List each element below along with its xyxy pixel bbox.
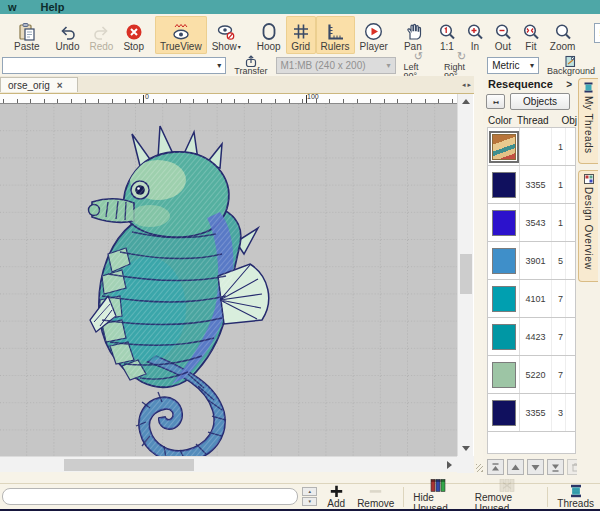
objects-button[interactable]: Objects [510, 93, 570, 110]
thread-id: 3355 [520, 394, 552, 431]
zoom-icon [554, 22, 572, 41]
document-tab[interactable]: orse_orig × [0, 77, 78, 92]
toolbar-separator [547, 487, 548, 507]
vertical-scroll-thumb[interactable] [460, 254, 472, 294]
move-up-button[interactable] [507, 459, 524, 475]
undo-label: Undo [56, 42, 80, 52]
color-swatch[interactable] [492, 286, 516, 312]
status-field[interactable] [2, 488, 298, 505]
spin-up-icon[interactable]: ▴ [302, 487, 317, 496]
chevron-down-icon: ▾ [386, 61, 390, 70]
row-spacer [566, 318, 575, 355]
show-button[interactable]: Show▾ [207, 16, 246, 54]
background-button[interactable]: Background [544, 55, 598, 76]
zoom-1to1-icon [438, 22, 456, 41]
remove-thread-button[interactable]: Remove [351, 485, 400, 509]
pan-button[interactable]: Pan [399, 16, 427, 54]
thread-id: 5220 [520, 356, 552, 393]
zoom-in-button[interactable]: In [461, 16, 489, 54]
rulers-button[interactable]: Rulers [316, 16, 355, 54]
zoom-in-icon [466, 22, 484, 41]
thread-row[interactable]: 41017 [488, 280, 575, 318]
scroll-up-icon[interactable] [462, 99, 470, 104]
move-down-button[interactable] [527, 459, 544, 475]
horizontal-ruler: 0 100 [0, 94, 457, 104]
move-to-bottom-button[interactable] [547, 459, 564, 475]
remove-unused-button[interactable]: Remove Unused [469, 479, 545, 511]
thread-table[interactable]: 133551354313901541017442375220733553 [487, 127, 576, 454]
collapse-objects-button[interactable]: ▸◂ [486, 94, 505, 109]
image-swatch[interactable] [492, 134, 516, 160]
bottom-toolbar: ▴ ▾ Add Remove Hide Unused Remove Unused… [0, 483, 600, 509]
zoom-percent-combobox[interactable]: 53 ▾ [594, 23, 600, 43]
undo-button[interactable]: Undo [51, 16, 85, 54]
thread-row[interactable]: 33553 [488, 394, 575, 432]
tab-design-overview[interactable]: Design Overview [578, 170, 598, 282]
zoom-1to1-button[interactable]: 1:1 [433, 16, 461, 54]
tab-my-threads[interactable]: My Threads [578, 78, 598, 164]
player-button[interactable]: Player [355, 16, 393, 54]
spool-icon [583, 82, 594, 93]
zoom-fit-icon [522, 22, 540, 41]
thread-row[interactable]: 39015 [488, 242, 575, 280]
grid-button[interactable]: Grid [286, 16, 316, 54]
scroll-right-icon[interactable] [447, 461, 452, 469]
chevron-down-icon[interactable]: ▾ [530, 61, 534, 70]
player-icon [364, 22, 383, 41]
tab-scroll-arrows[interactable]: ◂ ▸ [462, 81, 471, 89]
color-swatch[interactable] [492, 400, 516, 426]
thread-id: 4101 [520, 280, 552, 317]
thread-row[interactable]: 33551 [488, 166, 575, 204]
rotate-right-icon: ↻ [457, 51, 466, 62]
panel-title: Resequence [488, 78, 553, 90]
panel-collapse-icon[interactable]: > [566, 79, 572, 90]
units-combobox[interactable]: Metric ▾ [487, 57, 539, 74]
menu-item-partial[interactable]: w [8, 1, 17, 13]
document-tab-title: orse_orig [8, 80, 50, 91]
scroll-down-icon[interactable] [462, 446, 470, 451]
move-to-top-button[interactable] [487, 459, 504, 475]
zoom-fit-button[interactable]: Fit [517, 16, 545, 54]
trueview-button[interactable]: TrueView [155, 16, 207, 54]
redo-button[interactable]: Redo [84, 16, 118, 54]
stop-button[interactable]: Stop [118, 16, 149, 54]
close-icon[interactable]: × [57, 80, 63, 91]
trueview-label: TrueView [160, 42, 202, 52]
zoom-button[interactable]: Zoom [545, 16, 581, 54]
thread-row[interactable]: 52207 [488, 356, 575, 394]
chevron-down-icon[interactable]: ▾ [217, 61, 221, 70]
spin-control[interactable]: ▴ ▾ [302, 487, 317, 506]
vertical-scrollbar[interactable] [457, 94, 473, 456]
horizontal-scroll-thumb[interactable] [64, 459, 194, 471]
hoop-button[interactable]: Hoop [252, 16, 286, 54]
thread-row[interactable]: 1 [488, 128, 575, 166]
thread-id: 4423 [520, 318, 552, 355]
transfer-button[interactable]: Transfer [231, 55, 270, 76]
design-overview-icon [584, 174, 594, 184]
spin-down-icon[interactable]: ▾ [302, 497, 317, 506]
thread-row[interactable]: 44237 [488, 318, 575, 356]
object-count: 7 [552, 318, 566, 355]
paste-button[interactable]: Paste [0, 16, 45, 54]
design-canvas[interactable] [0, 104, 457, 456]
color-swatch[interactable] [492, 362, 516, 388]
rulers-icon [325, 22, 345, 41]
object-count: 1 [552, 166, 566, 203]
add-thread-button[interactable]: Add [321, 485, 351, 509]
hoop-size-value: M1:MB (240 x 200) [281, 60, 366, 71]
redo-label: Redo [89, 42, 113, 52]
hide-unused-button[interactable]: Hide Unused [407, 479, 468, 511]
show-dropdown-icon: ▾ [238, 44, 241, 50]
zoom-out-button[interactable]: Out [489, 16, 517, 54]
color-swatch[interactable] [492, 210, 516, 236]
menu-item-help[interactable]: Help [41, 1, 65, 13]
design-combobox[interactable]: ▾ [2, 57, 226, 74]
horizontal-scrollbar[interactable] [0, 456, 457, 472]
color-swatch[interactable] [492, 324, 516, 350]
thread-row[interactable]: 35431 [488, 204, 575, 242]
ruler-label-100: 100 [307, 93, 319, 100]
color-swatch[interactable] [492, 172, 516, 198]
color-swatch[interactable] [492, 248, 516, 274]
zoom-label: Zoom [550, 42, 576, 52]
threads-button[interactable]: Threads [551, 485, 600, 509]
